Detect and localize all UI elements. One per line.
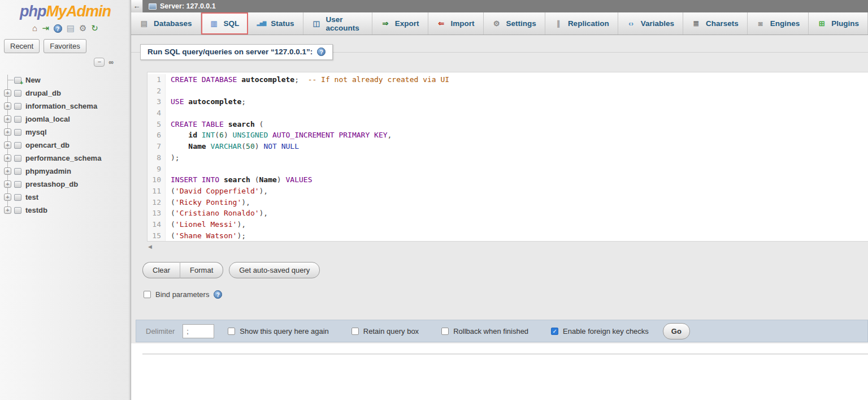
sql-token-kw: CREATE DATABASE (171, 75, 237, 84)
option-label[interactable]: Rollback when finished (453, 327, 528, 336)
editor-button-row: Clear Format Get auto-saved query (142, 262, 868, 278)
tab-charsets[interactable]: ≣Charsets (683, 12, 748, 35)
tab-label: Settings (506, 19, 536, 28)
expand-icon[interactable]: + (4, 180, 11, 188)
query-option-checkboxes: Show this query here againRetain query b… (214, 327, 649, 336)
sql-token-pln (268, 131, 272, 139)
collapse-sidebar-button[interactable]: ← (131, 0, 143, 12)
database-icon (14, 194, 21, 201)
sql-code-editor[interactable]: 1CREATE DATABASE autocomplete; -- If not… (147, 72, 868, 242)
expand-icon[interactable]: + (4, 115, 11, 123)
expand-icon[interactable]: + (4, 128, 11, 136)
help-icon[interactable]: ? (54, 24, 62, 33)
expand-icon[interactable]: + (4, 193, 11, 201)
option-label[interactable]: Retain query box (363, 327, 419, 336)
sidebar-item-label: drupal_db (25, 89, 61, 97)
bind-parameters-row: Bind parameters ? (144, 290, 868, 299)
database-icon (14, 116, 21, 123)
tab-plugins[interactable]: ⊞Plugins (809, 12, 868, 35)
editor-line: 14('Lionel Messi'), (147, 219, 868, 230)
expand-icon[interactable]: + (4, 154, 11, 162)
sidebar-controls: − ∞ (0, 58, 114, 67)
sidebar-item-test[interactable]: +test (0, 191, 131, 204)
delimiter-input[interactable] (183, 324, 214, 338)
tab-label: Charsets (706, 19, 739, 28)
sidebar-item-prestashop-db[interactable]: +prestashop_db (0, 178, 131, 191)
go-button[interactable]: Go (663, 323, 690, 339)
editor-hscroll-arrow[interactable]: ◀ (148, 244, 868, 251)
tab-settings[interactable]: ⚙Settings (484, 12, 545, 35)
exit-icon[interactable]: ⇥ (42, 24, 49, 33)
option-enable-foreign-key-checks: ✓Enable foreign key checks (551, 327, 649, 336)
option-show-this-query-here-again: Show this query here again (228, 327, 329, 336)
line-code: ('Cristiano Ronaldo'), (166, 208, 268, 219)
expand-icon[interactable]: + (4, 207, 11, 214)
expand-icon[interactable]: + (4, 141, 11, 149)
tab-user-accounts[interactable]: ◫User accounts (303, 12, 372, 35)
help-icon[interactable]: ? (317, 48, 326, 56)
delimiter-label: Delimiter (146, 327, 175, 336)
sql-token-pln: , (388, 131, 392, 139)
engines-icon: ◙ (756, 19, 765, 28)
sidebar-item-new[interactable]: New (0, 74, 131, 87)
line-code: ); (166, 152, 180, 164)
server-breadcrumb[interactable]: Server: 127.0.0.1 (160, 2, 216, 10)
sidebar-item-performance-schema[interactable]: +performance_schema (0, 152, 131, 165)
console-doc-icon[interactable]: ▤ (67, 24, 75, 33)
line-number: 1 (147, 74, 166, 85)
sidebar-item-mysql[interactable]: +mysql (0, 126, 131, 139)
sidebar-item-joomla-local[interactable]: +joomla_local (0, 113, 131, 126)
bind-parameters-label[interactable]: Bind parameters (155, 290, 209, 299)
show-this-query-here-again-checkbox[interactable] (228, 328, 235, 335)
sql-token-pln: ( (241, 142, 246, 150)
refresh-icon[interactable]: ↻ (91, 24, 98, 33)
sidebar-icon-row: ⌂⇥?▤⚙↻ (0, 23, 131, 33)
option-label[interactable]: Enable foreign key checks (563, 327, 649, 336)
expand-icon[interactable]: + (4, 89, 11, 97)
sql-token-kw: AUTO_INCREMENT (272, 131, 335, 139)
expand-icon[interactable]: + (4, 102, 11, 110)
tab-status[interactable]: ▂▅▇Status (248, 12, 303, 35)
rollback-when-finished-checkbox[interactable] (441, 328, 449, 335)
tab-replication[interactable]: ∥Replication (545, 12, 618, 35)
bind-parameters-help-icon[interactable]: ? (214, 290, 222, 299)
phpmyadmin-logo[interactable]: phpMyAdmin (0, 0, 131, 20)
sidebar-item-information-schema[interactable]: +information_schema (0, 100, 131, 113)
option-label[interactable]: Show this query here again (240, 327, 329, 336)
tab-variables[interactable]: ‹›Variables (618, 12, 683, 35)
favorites-button[interactable]: Favorites (44, 39, 86, 53)
sidebar-item-testdb[interactable]: +testdb (0, 204, 131, 217)
home-icon[interactable]: ⌂ (32, 24, 37, 33)
bind-parameters-checkbox[interactable] (144, 291, 151, 298)
format-button[interactable]: Format (180, 262, 223, 278)
sidebar-item-drupal-db[interactable]: +drupal_db (0, 87, 131, 100)
sidebar-item-phpmyadmin[interactable]: +phpmyadmin (0, 165, 131, 178)
line-code: ('Ricky Ponting'), (166, 197, 250, 208)
tab-import[interactable]: ⇐Import (428, 12, 484, 35)
sql-token-pln (197, 131, 202, 139)
sidebar-item-label: mysql (25, 128, 47, 136)
tab-databases[interactable]: ▤Databases (131, 12, 201, 35)
enable-foreign-key-checks-checkbox[interactable]: ✓ (551, 328, 558, 335)
database-tree: New+drupal_db+information_schema+joomla_… (0, 74, 131, 217)
database-icon (14, 168, 21, 175)
tab-engines[interactable]: ◙Engines (748, 12, 809, 35)
tab-export[interactable]: ⇒Export (372, 12, 428, 35)
recent-button[interactable]: Recent (4, 39, 40, 53)
link-icon[interactable]: ∞ (108, 58, 114, 66)
expand-icon[interactable]: + (4, 167, 11, 175)
collapse-all-button[interactable]: − (94, 58, 105, 67)
get-auto-saved-query-button[interactable]: Get auto-saved query (229, 262, 320, 278)
database-icon (14, 103, 21, 110)
settings-gear-icon[interactable]: ⚙ (79, 24, 86, 33)
sql-token-pln: ); (237, 231, 246, 240)
retain-query-box-checkbox[interactable] (351, 328, 359, 335)
tab-sql[interactable]: ▥SQL (201, 12, 249, 35)
clear-button[interactable]: Clear (142, 262, 180, 278)
line-code: USE autocomplete; (166, 96, 246, 107)
sidebar-item-label: joomla_local (25, 115, 70, 123)
sidebar-item-opencart-db[interactable]: +opencart_db (0, 139, 131, 152)
sql-query-panel: Run SQL query/queries on server “127.0.0… (131, 35, 868, 343)
line-code: CREATE DATABASE autocomplete; -- If not … (166, 74, 449, 85)
editor-line: 8); (147, 152, 868, 164)
